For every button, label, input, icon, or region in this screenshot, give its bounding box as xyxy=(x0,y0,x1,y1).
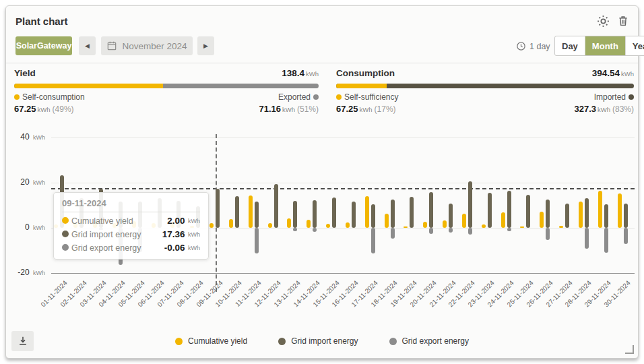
bar-export-21-11-2024[interactable] xyxy=(449,228,453,233)
bar-export-20-11-2024[interactable] xyxy=(429,228,433,234)
legend-item-grid-export-energy[interactable]: Grid export energy xyxy=(389,336,469,346)
bar-yield-29-11-2024[interactable] xyxy=(598,191,602,228)
gridline xyxy=(51,273,635,274)
chart-tooltip: 09-11-2024 Cumulative yield2.00 kWhGrid … xyxy=(53,192,209,260)
bar-import-22-11-2024[interactable] xyxy=(468,181,472,228)
bar-import-13-11-2024[interactable] xyxy=(293,201,297,228)
legend-item-grid-import-energy[interactable]: Grid import energy xyxy=(278,336,358,346)
view-button-year[interactable]: Year xyxy=(625,36,644,55)
bar-yield-11-11-2024[interactable] xyxy=(249,195,253,228)
bar-export-18-11-2024[interactable] xyxy=(391,228,395,239)
yield-summary: Yield 138.4kWh Self-consumption Exported… xyxy=(14,68,319,114)
date-picker-label: November 2024 xyxy=(122,41,187,51)
bar-import-23-11-2024[interactable] xyxy=(488,193,492,228)
bar-import-09-11-2024[interactable] xyxy=(216,189,220,228)
bar-yield-14-11-2024[interactable] xyxy=(307,220,311,228)
bar-import-21-11-2024[interactable] xyxy=(449,204,453,228)
bar-yield-18-11-2024[interactable] xyxy=(385,214,389,228)
bar-export-22-11-2024[interactable] xyxy=(468,228,472,235)
plant-chart-card: Plant chart SolarGateway ◀ xyxy=(5,5,639,359)
bar-yield-30-11-2024[interactable] xyxy=(618,193,622,228)
bar-yield-22-11-2024[interactable] xyxy=(462,214,466,228)
bar-import-27-11-2024[interactable] xyxy=(565,204,569,228)
imported-value: 327.3kWh(83%) xyxy=(574,104,634,114)
yield-total: 138.4 xyxy=(282,68,304,78)
bar-export-26-11-2024[interactable] xyxy=(546,228,550,240)
bar-yield-10-11-2024[interactable] xyxy=(229,219,233,228)
bar-import-17-11-2024[interactable] xyxy=(371,204,375,228)
bar-export-11-11-2024[interactable] xyxy=(255,228,259,253)
consumption-total-unit: kWh xyxy=(621,70,634,78)
interval-label: 1 day xyxy=(529,42,550,51)
tooltip-date: 09-11-2024 xyxy=(62,198,200,212)
bar-yield-13-11-2024[interactable] xyxy=(287,218,291,228)
page-title: Plant chart xyxy=(15,16,68,27)
x-axis-label: 30-11-2024 xyxy=(593,279,632,317)
bar-export-28-11-2024[interactable] xyxy=(585,228,589,249)
bar-yield-25-11-2024[interactable] xyxy=(520,226,524,229)
bar-import-24-11-2024[interactable] xyxy=(507,191,511,228)
settings-gear-icon[interactable] xyxy=(596,14,610,28)
trash-icon[interactable] xyxy=(616,14,630,28)
imported-label: Imported xyxy=(594,92,634,102)
tooltip-row: Grid import energy17.36 kWh xyxy=(62,229,200,239)
y-axis-label: 40 kWh xyxy=(6,132,45,142)
bar-yield-27-11-2024[interactable] xyxy=(559,226,563,228)
view-button-month[interactable]: Month xyxy=(585,36,625,55)
interval-indicator: 1 day xyxy=(516,41,550,51)
bar-import-25-11-2024[interactable] xyxy=(526,195,530,228)
bar-yield-26-11-2024[interactable] xyxy=(540,212,544,228)
bar-export-17-11-2024[interactable] xyxy=(371,228,375,253)
gridline xyxy=(51,183,635,183)
bar-import-11-11-2024[interactable] xyxy=(255,202,259,228)
bar-export-30-11-2024[interactable] xyxy=(624,228,628,244)
bar-import-10-11-2024[interactable] xyxy=(235,196,239,228)
bar-yield-24-11-2024[interactable] xyxy=(501,212,505,228)
legend-dot-icon xyxy=(389,338,397,345)
bar-import-19-11-2024[interactable] xyxy=(410,197,414,228)
legend-dot-icon xyxy=(278,338,286,345)
bar-import-18-11-2024[interactable] xyxy=(391,200,395,229)
bar-import-15-11-2024[interactable] xyxy=(332,198,336,228)
bar-yield-20-11-2024[interactable] xyxy=(423,222,427,228)
prev-period-button[interactable]: ◀ xyxy=(79,36,96,55)
bar-import-29-11-2024[interactable] xyxy=(604,204,608,228)
bar-yield-16-11-2024[interactable] xyxy=(346,222,350,228)
tooltip-row: Cumulative yield2.00 kWh xyxy=(62,216,200,226)
bar-yield-19-11-2024[interactable] xyxy=(404,226,408,229)
gateway-button[interactable]: SolarGateway xyxy=(15,36,72,55)
bar-yield-21-11-2024[interactable] xyxy=(443,220,447,228)
bar-export-13-11-2024[interactable] xyxy=(293,228,297,231)
bar-yield-28-11-2024[interactable] xyxy=(579,202,583,228)
next-period-button[interactable]: ▶ xyxy=(197,36,214,55)
bar-import-14-11-2024[interactable] xyxy=(313,200,317,228)
bar-yield-23-11-2024[interactable] xyxy=(482,224,486,228)
consumption-total: 394.54 xyxy=(592,68,620,78)
legend-item-cumulative-yield[interactable]: Cumulative yield xyxy=(175,336,247,346)
bar-import-30-11-2024[interactable] xyxy=(624,204,628,228)
bar-export-29-11-2024[interactable] xyxy=(604,228,608,253)
bar-import-16-11-2024[interactable] xyxy=(352,202,356,228)
date-picker-button[interactable]: November 2024 xyxy=(101,36,193,55)
bar-import-28-11-2024[interactable] xyxy=(585,198,589,228)
self-sufficiency-label: Self-sufficiency xyxy=(336,92,398,102)
bar-yield-17-11-2024[interactable] xyxy=(365,196,369,228)
view-button-day[interactable]: Day xyxy=(555,36,585,55)
bar-yield-15-11-2024[interactable] xyxy=(326,224,330,228)
y-axis-label: 0 kWh xyxy=(6,222,45,232)
exported-label: Exported xyxy=(278,92,319,102)
resize-handle-icon[interactable] xyxy=(625,345,634,354)
bar-yield-09-11-2024[interactable] xyxy=(210,223,214,228)
bar-import-20-11-2024[interactable] xyxy=(429,192,433,228)
tooltip-row: Grid export energy-0.06 kWh xyxy=(62,243,200,253)
bar-export-14-11-2024[interactable] xyxy=(313,228,317,232)
bar-export-24-11-2024[interactable] xyxy=(507,228,511,231)
bar-import-26-11-2024[interactable] xyxy=(546,200,550,228)
header-divider xyxy=(6,63,638,63)
yield-title: Yield xyxy=(14,68,36,78)
view-toggle: DayMonthYear xyxy=(554,36,644,56)
chart-legend: Cumulative yieldGrid import energyGrid e… xyxy=(6,336,638,346)
bar-import-12-11-2024[interactable] xyxy=(274,184,278,228)
y-axis-label: 20 kWh xyxy=(6,177,45,187)
bar-yield-12-11-2024[interactable] xyxy=(268,223,272,228)
